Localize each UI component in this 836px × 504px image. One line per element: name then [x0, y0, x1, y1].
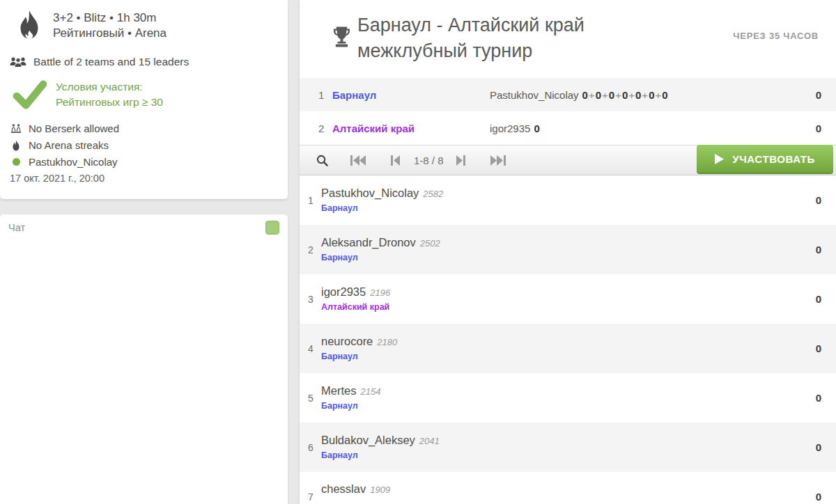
player-rating: 2502 [420, 238, 440, 249]
team-link[interactable]: Алтайский край [332, 123, 490, 134]
player-rank: 1 [300, 195, 314, 206]
player-team-link[interactable]: Алтайский край [321, 301, 389, 313]
player-team-link[interactable]: Барнаул [321, 251, 358, 264]
organizer-name[interactable]: Pastukhov_Nicolay [29, 156, 118, 168]
player-score: 0 [794, 491, 836, 503]
player-name[interactable]: chesslav [321, 482, 366, 495]
player-row[interactable]: 7chesslav19090 [300, 472, 836, 504]
team-leaders: igor29350 [490, 123, 794, 134]
team-link[interactable]: Барнаул [332, 89, 490, 101]
starts-in-countdown: ЧЕРЕЗ 35 ЧАСОВ [733, 31, 819, 41]
leader-score: 0 [609, 89, 614, 101]
player-score: 0 [794, 392, 836, 404]
player-rank: 3 [300, 294, 314, 305]
teams-icon [10, 56, 26, 68]
leader-name[interactable]: Pastukhov_Nicolay [490, 89, 579, 101]
player-team-link[interactable]: Барнаул [321, 400, 358, 412]
player-score: 0 [794, 441, 836, 453]
online-dot-icon [10, 156, 22, 168]
team-row[interactable]: 2Алтайский крайigor293500 [300, 111, 836, 145]
search-icon [316, 155, 328, 166]
player-team-link[interactable]: Барнаул [321, 202, 358, 214]
start-date: 17 окт. 2021 г., 20:00 [10, 173, 278, 184]
player-team-link[interactable]: Барнаул [321, 449, 358, 462]
prev-page-icon [391, 155, 400, 166]
player-name[interactable]: Aleksandr_Dronov [321, 236, 416, 249]
chat-title: Чат [8, 221, 25, 233]
player-row[interactable]: 6Buldakov_Aleksey2041Барнаул0 [300, 423, 836, 472]
player-name-line: igor29352196 [321, 285, 794, 300]
player-row[interactable]: 1Pastukhov_Nicolay2582Барнаул0 [300, 175, 836, 225]
pagination-range: 1-8 / 8 [414, 155, 444, 166]
conditions-title: Условия участия: [56, 79, 163, 95]
player-rank: 5 [300, 393, 314, 404]
player-name[interactable]: Pastukhov_Nicolay [321, 187, 419, 199]
leader-name[interactable]: igor2935 [490, 123, 530, 134]
player-name[interactable]: neurocore [321, 335, 373, 347]
join-tournament-button[interactable]: УЧАСТВОВАТЬ [697, 145, 833, 174]
player-rank: 4 [300, 343, 314, 354]
player-score: 0 [794, 293, 836, 305]
tournament-format: 3+2 • Blitz • 1h 30m Рейтинговый • Arena [10, 8, 278, 43]
team-total-score: 0 [794, 123, 836, 134]
chat-toggle[interactable] [265, 221, 279, 235]
player-name[interactable]: Mertes [321, 384, 356, 397]
next-page-icon [456, 155, 465, 166]
leader-score: 0 [662, 89, 667, 101]
player-score: 0 [794, 244, 836, 255]
team-battle-standings: 1БарнаулPastukhov_Nicolay0+0+0+0+0+0+002… [300, 78, 836, 145]
player-rating: 2041 [419, 436, 440, 446]
player-name-line: Aleksandr_Dronov2502 [321, 235, 794, 251]
player-rank: 6 [300, 442, 314, 453]
team-rank: 2 [300, 123, 332, 134]
player-name-line: neurocore2180 [321, 334, 794, 349]
player-standings: 1Pastukhov_Nicolay2582Барнаул02Aleksandr… [300, 175, 836, 504]
team-row[interactable]: 1БарнаулPastukhov_Nicolay0+0+0+0+0+0+00 [300, 78, 836, 111]
search-button[interactable] [314, 152, 331, 169]
mode-label: Рейтинговый • Arena [53, 26, 167, 41]
player-rating: 2154 [360, 386, 380, 397]
berserk-icon [10, 123, 22, 134]
prev-page-button[interactable] [388, 152, 403, 168]
player-rating: 2196 [370, 288, 390, 298]
player-info: Mertes2154Барнаул [321, 384, 794, 412]
leader-score: 0 [622, 89, 628, 101]
player-name-line: Mertes2154 [321, 384, 794, 399]
score-separator: + [628, 89, 635, 101]
no-berserk-label: No Berserk allowed [29, 123, 119, 134]
player-team-link[interactable]: Барнаул [321, 350, 358, 363]
play-icon [715, 154, 724, 164]
player-rating: 2582 [423, 189, 443, 199]
player-name[interactable]: igor2935 [321, 285, 366, 298]
leader-score: 0 [582, 89, 588, 101]
next-page-button[interactable] [454, 152, 468, 168]
player-name-line: Pastukhov_Nicolay2582 [321, 186, 794, 201]
player-score: 0 [794, 194, 836, 206]
team-leaders: Pastukhov_Nicolay0+0+0+0+0+0+0 [490, 89, 794, 101]
player-name-line: chesslav1909 [321, 482, 794, 497]
trophy-icon [333, 26, 350, 48]
player-info: Aleksandr_Dronov2502Барнаул [321, 235, 794, 264]
blitz-flame-icon [14, 10, 45, 43]
player-row[interactable]: 2Aleksandr_Dronov2502Барнаул0 [300, 225, 836, 274]
player-row[interactable]: 4neurocore2180Барнаул0 [300, 324, 836, 373]
no-streaks-label: No Arena streaks [29, 139, 109, 151]
player-info: igor29352196Алтайский край [321, 285, 794, 313]
last-page-button[interactable] [488, 152, 509, 168]
player-info: Buldakov_Aleksey2041Барнаул [321, 433, 794, 462]
standings-toolbar: 1-8 / 8 УЧАСТВОВАТЬ [300, 145, 836, 175]
streak-flame-icon [10, 139, 22, 151]
chat-panel: Чат [0, 214, 288, 504]
player-name-line: Buldakov_Aleksey2041 [321, 433, 794, 448]
conditions-detail: Рейтинговых игр ≥ 30 [56, 95, 163, 110]
first-page-button[interactable] [348, 152, 369, 168]
team-total-score: 0 [794, 89, 836, 101]
player-info: Pastukhov_Nicolay2582Барнаул [321, 186, 794, 214]
player-row[interactable]: 5Mertes2154Барнаул0 [300, 373, 836, 423]
player-row[interactable]: 3igor29352196Алтайский край0 [300, 274, 836, 324]
leader-score: 0 [596, 89, 601, 101]
player-name[interactable]: Buldakov_Aleksey [321, 434, 415, 446]
time-control-label: 3+2 • Blitz • 1h 30m [53, 10, 167, 26]
player-score: 0 [794, 342, 836, 354]
entry-conditions: Условия участия: Рейтинговых игр ≥ 30 [10, 79, 278, 110]
